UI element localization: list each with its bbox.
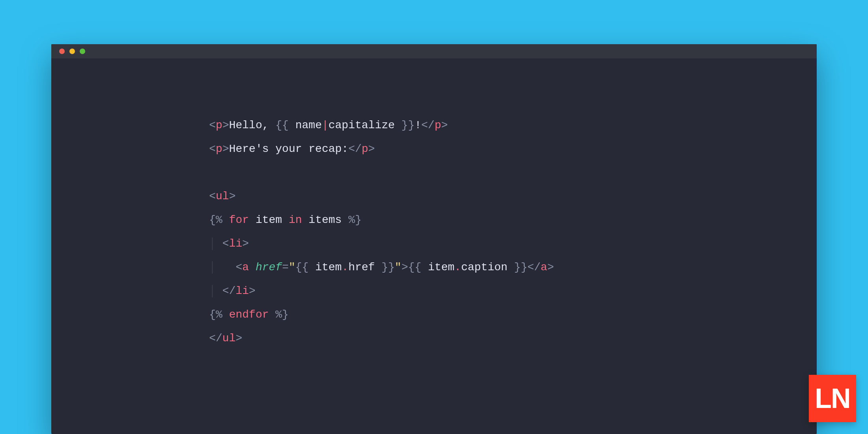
template-stmt-delim: %} [269,309,288,321]
code-line: <p>Here's your recap:</p> [209,143,375,155]
text-literal: Hello, [229,119,275,131]
code-line: │ <a href="{{ item.href }}">{{ item.capt… [209,261,554,273]
pipe-operator: | [322,119,329,131]
angle-bracket: > [223,143,229,155]
code-editor[interactable]: <p>Hello, {{ name|capitalize }}!</p> <p>… [51,58,817,434]
variable: item [428,261,455,273]
tag-name: p [434,119,441,131]
close-icon[interactable] [59,49,65,54]
angle-bracket: </ [209,332,223,344]
angle-bracket: > [368,143,375,155]
code-line: <ul> [209,190,236,202]
template-delim: {{ [275,119,295,131]
minimize-icon[interactable] [69,49,75,54]
angle-bracket: < [223,238,229,250]
angle-bracket: > [547,261,554,273]
tag-name: p [216,143,223,155]
editor-window: <p>Hello, {{ name|capitalize }}!</p> <p>… [51,44,817,434]
angle-bracket: < [209,190,216,202]
logo-text: LN [815,383,850,414]
angle-bracket: > [401,261,408,273]
tag-name: li [236,285,249,297]
angle-bracket: > [441,119,448,131]
keyword: in [289,214,302,226]
indent-guide: │ [209,238,223,250]
code-line: {% endfor %} [209,309,289,321]
angle-bracket: </ [421,119,435,131]
indent-guide: │ [209,261,236,273]
variable: name [295,119,322,131]
text-literal: ! [415,119,421,131]
brand-logo: LN [809,375,856,422]
code-line: │ <li> [209,238,249,250]
angle-bracket: < [236,261,242,273]
template-delim: {{ [296,261,315,273]
attribute-name: href [256,261,282,273]
code-line: {% for item in items %} [209,214,362,226]
filter-name: capitalize [329,119,395,131]
variable: items [309,214,342,226]
text-literal: Here's your recap: [229,143,348,155]
template-delim: }} [507,261,527,273]
angle-bracket: < [209,143,216,155]
dot-operator: . [455,261,461,273]
template-delim: {{ [408,261,428,273]
template-stmt-delim: {% [209,214,229,226]
angle-bracket: > [229,190,236,202]
tag-name: ul [216,190,229,202]
template-stmt-delim: {% [209,309,229,321]
variable: item [315,261,342,273]
template-stmt-delim: %} [342,214,361,226]
tag-name: ul [223,332,236,344]
angle-bracket: </ [528,261,541,273]
property: caption [461,261,508,273]
template-delim: }} [375,261,395,273]
indent-guide: │ [209,285,223,297]
keyword: for [229,214,249,226]
equals: = [282,261,289,273]
tag-name: p [216,119,223,131]
angle-bracket: > [223,119,229,131]
code-line: <p>Hello, {{ name|capitalize }}!</p> [209,119,448,131]
dot-operator: . [342,261,348,273]
tag-name: a [242,261,249,273]
string-quote: " [395,261,402,273]
string-quote: " [289,261,296,273]
angle-bracket: > [236,332,242,344]
code-line: │ </li> [209,285,256,297]
tag-name: li [229,238,242,250]
angle-bracket: > [242,238,249,250]
property: href [348,261,375,273]
window-titlebar [51,44,817,58]
angle-bracket: </ [348,143,362,155]
angle-bracket: > [249,285,256,297]
template-delim: }} [395,119,415,131]
zoom-icon[interactable] [80,49,85,54]
tag-name: a [541,261,547,273]
keyword: endfor [229,309,269,321]
code-line: </ul> [209,332,242,344]
tag-name: p [362,143,369,155]
variable: item [256,214,282,226]
angle-bracket: </ [223,285,236,297]
angle-bracket: < [209,119,216,131]
